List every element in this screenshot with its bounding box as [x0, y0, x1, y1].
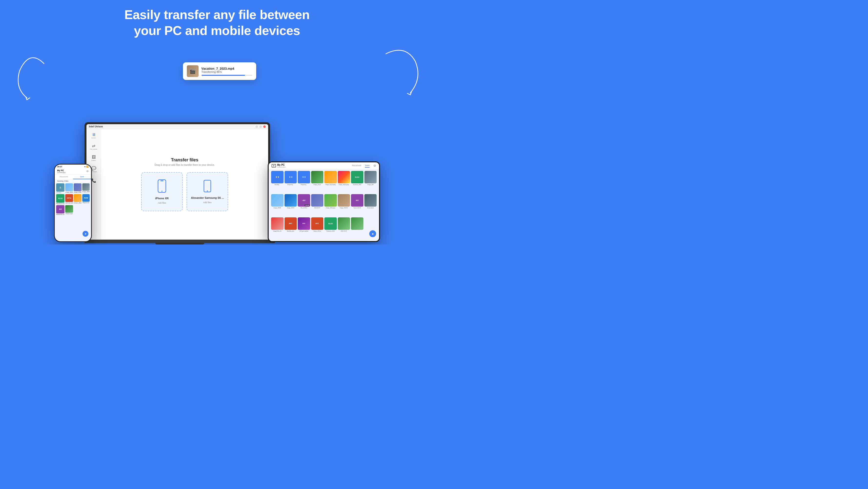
list-item[interactable]: ROW Report.csv — [82, 194, 90, 204]
tablet-settings-icon[interactable]: ⚙ — [373, 164, 376, 168]
tablet-device: 🖥 My PC Connected Received Sent — [268, 161, 380, 242]
phone-fab-button[interactable]: ➤ — [83, 231, 88, 237]
samsung-icon — [204, 180, 211, 194]
phone-sending-label: Sending 4 files — [55, 179, 91, 183]
sidebar-item-gallery[interactable]: 🖼 Gallery — [90, 154, 98, 162]
list-item[interactable]: image_0008 — [74, 183, 82, 193]
list-item[interactable]: 2022-03-87 — [338, 218, 350, 239]
laptop-body: Intel Unison 🖥 Screen ⇄ — [85, 122, 270, 239]
devices-area: 15:27 ▪▪ 📶 My PC Connected ⚙ Received Se… — [0, 122, 434, 244]
list-item[interactable]: Image_15212.jpeg — [338, 171, 350, 193]
svg-rect-3 — [204, 180, 211, 192]
maximize-button[interactable] — [259, 125, 262, 128]
tablet-body: 🖥 My PC Connected Received Sent — [268, 161, 380, 242]
list-item[interactable]: ⏸ Sending — [56, 183, 64, 193]
laptop-app-title: Intel Unison — [89, 125, 103, 128]
tablet-tabs: Received Sent — [352, 164, 370, 168]
list-item[interactable]: Image_2041.jpeg — [324, 194, 337, 217]
svg-rect-1 — [160, 180, 163, 181]
list-item[interactable]: XLSX Products_2022 — [351, 171, 364, 193]
iphone-icon — [158, 179, 166, 195]
tab-sent[interactable]: Sent — [73, 175, 91, 179]
list-item[interactable]: Image_154 — [364, 171, 377, 193]
laptop-screen: Intel Unison 🖥 Screen ⇄ — [87, 124, 268, 239]
list-item[interactable]: Promo.mp4 — [65, 205, 73, 215]
list-item[interactable]: XLSX Plan2022.xlsx — [56, 194, 64, 204]
list-item[interactable]: image_0009 — [65, 183, 73, 193]
list-item[interactable]: Image151X_23 — [271, 218, 284, 239]
laptop-main-content: Transfer files Drag & drop or add files … — [101, 129, 268, 239]
drop-zone-samsung[interactable]: Alexander Samsung S6 ... Add files — [187, 172, 228, 211]
laptop-titlebar: Intel Unison — [87, 124, 268, 129]
list-item[interactable]: ⏸ Preparing... — [298, 171, 310, 193]
drop-zone-samsung-add: Add files — [203, 201, 212, 204]
tablet-fab-button[interactable]: ➤ — [369, 230, 376, 237]
laptop-device: Intel Unison 🖥 Screen ⇄ — [85, 122, 275, 244]
list-item[interactable]: ⏸ Sending... — [271, 171, 284, 193]
file-transfer-icon: ⇄ — [92, 144, 95, 148]
sending-indicator: ⏸ — [56, 183, 64, 192]
tablet-tab-received[interactable]: Received — [352, 164, 361, 168]
laptop-base — [85, 239, 275, 243]
close-button[interactable] — [263, 125, 266, 128]
list-item[interactable]: 2022-06-87 — [311, 194, 323, 217]
list-item[interactable]: Screenshots — [364, 194, 377, 217]
popup-info: Vacation_7_2023.mp4 Transferring 86% — [202, 67, 252, 76]
laptop-body-content: 🖥 Screen ⇄ File transfer 🖼 Gallery � — [87, 129, 268, 239]
list-item[interactable] — [351, 218, 364, 239]
list-item[interactable]: PPT Status_213.pt — [311, 218, 323, 239]
drop-zone-iphone-label: iPhone XR — [155, 197, 168, 200]
list-item[interactable]: AVI Travel_82133 — [351, 194, 364, 217]
list-item[interactable]: PPTX intel-vpro.pdf — [65, 194, 73, 204]
list-item[interactable]: Image_254231 — [338, 194, 350, 217]
svg-point-2 — [161, 191, 162, 192]
headline: Easily transfer any file between your PC… — [0, 0, 434, 39]
phone-header-title: My PC — [57, 169, 65, 172]
phone-status-bar: 15:27 ▪▪ 📶 — [55, 165, 91, 168]
list-item[interactable]: PDF 12th-gen-guides — [298, 218, 310, 239]
popup-progress-fill — [202, 75, 245, 76]
drop-zone-iphone-add: Add files — [158, 202, 166, 204]
list-item[interactable]: image_0008 — [82, 183, 90, 193]
phone-tabs: Received Sent — [55, 175, 91, 179]
tablet-header: 🖥 My PC Connected Received Sent — [269, 162, 379, 169]
list-item[interactable]: ⏸ Preparing... — [284, 171, 297, 193]
sidebar-item-screen[interactable]: 🖥 Screen — [90, 132, 98, 139]
phone-time: 15:27 — [57, 166, 62, 168]
tab-received[interactable]: Received — [55, 175, 73, 179]
sidebar-item-file-transfer[interactable]: ⇄ File transfer — [90, 143, 98, 151]
list-item[interactable]: 1:04:38 AVI File_210013 — [298, 194, 310, 217]
screen-icon: 🖥 — [92, 133, 96, 137]
drop-zone-iphone[interactable]: iPhone XR Add files — [141, 172, 183, 211]
svg-rect-0 — [158, 180, 166, 193]
file-sending-label: Sending — [56, 192, 64, 193]
phone-body: 15:27 ▪▪ 📶 My PC Connected ⚙ Received Se… — [54, 164, 92, 242]
transfer-title: Transfer files — [171, 157, 198, 163]
phone-file-grid: ⏸ Sending image_0009 image_0008 im — [55, 183, 91, 216]
tablet-screen: 🖥 My PC Connected Received Sent — [269, 162, 379, 241]
gallery-icon: 🖼 — [92, 155, 96, 160]
laptop-stand — [155, 243, 204, 244]
phone-screen: 15:27 ▪▪ 📶 My PC Connected ⚙ Received Se… — [55, 165, 91, 241]
tablet-tab-sent[interactable]: Sent — [365, 164, 370, 168]
popup-progress-bar — [202, 75, 252, 76]
list-item[interactable]: Screen_Shot — [74, 194, 82, 204]
list-item[interactable]: Image_15112 — [311, 171, 323, 193]
drop-zones-container: iPhone XR Add files Alex — [141, 172, 228, 211]
phone-signal-icons: ▪▪ 📶 — [84, 166, 89, 168]
list-item[interactable]: Image_15113.jpeg — [324, 171, 337, 193]
transfer-popup: 🎬 Vacation_7_2023.mp4 Transferring 86% — [183, 62, 256, 80]
list-item[interactable]: PPT Monthly_plan — [284, 218, 297, 239]
popup-filename: Vacation_7_2023.mp4 — [202, 67, 252, 70]
drop-zone-samsung-label: Alexander Samsung S6 ... — [191, 196, 224, 199]
list-item[interactable]: Image_26403 — [284, 194, 297, 217]
phone-header: My PC Connected ⚙ — [55, 168, 91, 175]
list-item[interactable]: XLSX Products_2033 — [324, 218, 337, 239]
tablet-header-title: My PC — [277, 164, 285, 166]
minimize-button[interactable] — [255, 125, 258, 128]
headline-line2: your PC and mobile devices — [0, 23, 434, 39]
headline-line1: Easily transfer any file between — [0, 7, 434, 23]
list-item[interactable]: Image_20339 — [271, 194, 284, 217]
list-item[interactable]: AVI MediaAsh.avi — [56, 205, 64, 215]
phone-settings-icon[interactable]: ⚙ — [87, 170, 89, 173]
